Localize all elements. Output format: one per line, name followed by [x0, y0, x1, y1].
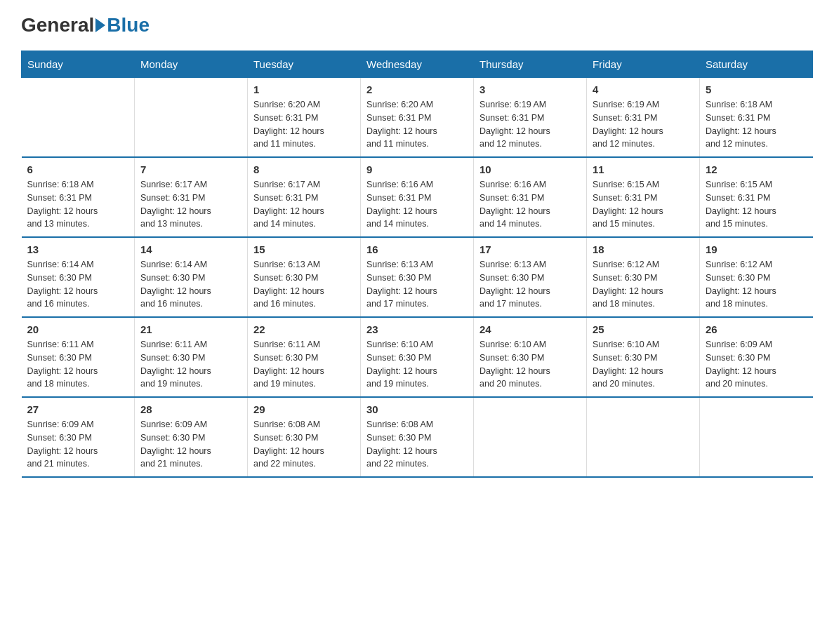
day-number: 17	[479, 243, 581, 255]
week-row-1: 1Sunrise: 6:20 AM Sunset: 6:31 PM Daylig…	[22, 78, 813, 158]
day-number: 24	[479, 323, 581, 335]
calendar-cell: 7Sunrise: 6:17 AM Sunset: 6:31 PM Daylig…	[135, 157, 248, 237]
calendar-cell	[700, 397, 813, 477]
day-number: 25	[593, 323, 694, 335]
calendar-cell: 14Sunrise: 6:14 AM Sunset: 6:30 PM Dayli…	[135, 237, 248, 317]
day-info: Sunrise: 6:13 AM Sunset: 6:30 PM Dayligh…	[366, 258, 468, 311]
day-number: 18	[593, 243, 694, 255]
day-info: Sunrise: 6:16 AM Sunset: 6:31 PM Dayligh…	[366, 178, 468, 231]
day-number: 19	[706, 243, 807, 255]
calendar-header-row: SundayMondayTuesdayWednesdayThursdayFrid…	[22, 51, 813, 78]
day-number: 12	[706, 163, 807, 175]
day-info: Sunrise: 6:08 AM Sunset: 6:30 PM Dayligh…	[366, 418, 468, 471]
day-info: Sunrise: 6:15 AM Sunset: 6:31 PM Dayligh…	[706, 178, 807, 231]
day-number: 15	[253, 243, 355, 255]
day-number: 6	[27, 163, 129, 175]
header-monday: Monday	[135, 51, 248, 78]
day-number: 30	[366, 403, 468, 415]
day-info: Sunrise: 6:12 AM Sunset: 6:30 PM Dayligh…	[706, 258, 807, 311]
day-info: Sunrise: 6:14 AM Sunset: 6:30 PM Dayligh…	[140, 258, 241, 311]
header-wednesday: Wednesday	[361, 51, 474, 78]
day-info: Sunrise: 6:09 AM Sunset: 6:30 PM Dayligh…	[706, 338, 807, 391]
calendar-cell: 20Sunrise: 6:11 AM Sunset: 6:30 PM Dayli…	[22, 317, 135, 397]
calendar-cell: 10Sunrise: 6:16 AM Sunset: 6:31 PM Dayli…	[474, 157, 587, 237]
calendar-cell: 28Sunrise: 6:09 AM Sunset: 6:30 PM Dayli…	[135, 397, 248, 477]
calendar-cell: 6Sunrise: 6:18 AM Sunset: 6:31 PM Daylig…	[22, 157, 135, 237]
calendar-cell: 12Sunrise: 6:15 AM Sunset: 6:31 PM Dayli…	[700, 157, 813, 237]
header-tuesday: Tuesday	[248, 51, 361, 78]
week-row-2: 6Sunrise: 6:18 AM Sunset: 6:31 PM Daylig…	[22, 157, 813, 237]
logo-general-text: General	[21, 14, 94, 36]
calendar-cell: 21Sunrise: 6:11 AM Sunset: 6:30 PM Dayli…	[135, 317, 248, 397]
day-number: 9	[366, 163, 468, 175]
week-row-5: 27Sunrise: 6:09 AM Sunset: 6:30 PM Dayli…	[22, 397, 813, 477]
calendar-cell: 18Sunrise: 6:12 AM Sunset: 6:30 PM Dayli…	[587, 237, 700, 317]
header-friday: Friday	[587, 51, 700, 78]
day-info: Sunrise: 6:11 AM Sunset: 6:30 PM Dayligh…	[140, 338, 241, 391]
day-number: 27	[27, 403, 129, 415]
day-number: 5	[706, 83, 807, 95]
day-info: Sunrise: 6:11 AM Sunset: 6:30 PM Dayligh…	[253, 338, 355, 391]
day-info: Sunrise: 6:13 AM Sunset: 6:30 PM Dayligh…	[479, 258, 581, 311]
header-sunday: Sunday	[22, 51, 135, 78]
day-number: 4	[593, 83, 694, 95]
day-info: Sunrise: 6:09 AM Sunset: 6:30 PM Dayligh…	[140, 418, 241, 471]
calendar-cell: 15Sunrise: 6:13 AM Sunset: 6:30 PM Dayli…	[248, 237, 361, 317]
day-info: Sunrise: 6:18 AM Sunset: 6:31 PM Dayligh…	[27, 178, 129, 231]
calendar-cell	[135, 78, 248, 158]
day-number: 13	[27, 243, 129, 255]
calendar-cell	[474, 397, 587, 477]
day-info: Sunrise: 6:19 AM Sunset: 6:31 PM Dayligh…	[479, 98, 581, 151]
day-info: Sunrise: 6:10 AM Sunset: 6:30 PM Dayligh…	[479, 338, 581, 391]
calendar-cell: 22Sunrise: 6:11 AM Sunset: 6:30 PM Dayli…	[248, 317, 361, 397]
day-number: 8	[253, 163, 355, 175]
header: General Blue Blue	[21, 14, 813, 36]
calendar-cell: 2Sunrise: 6:20 AM Sunset: 6:31 PM Daylig…	[361, 78, 474, 158]
day-number: 7	[140, 163, 241, 175]
day-info: Sunrise: 6:18 AM Sunset: 6:31 PM Dayligh…	[706, 98, 807, 151]
header-thursday: Thursday	[474, 51, 587, 78]
calendar-cell: 19Sunrise: 6:12 AM Sunset: 6:30 PM Dayli…	[700, 237, 813, 317]
day-info: Sunrise: 6:15 AM Sunset: 6:31 PM Dayligh…	[593, 178, 694, 231]
day-info: Sunrise: 6:17 AM Sunset: 6:31 PM Dayligh…	[140, 178, 241, 231]
day-info: Sunrise: 6:20 AM Sunset: 6:31 PM Dayligh…	[366, 98, 468, 151]
calendar-cell: 29Sunrise: 6:08 AM Sunset: 6:30 PM Dayli…	[248, 397, 361, 477]
day-number: 14	[140, 243, 241, 255]
logo-blue-text: Blue	[107, 14, 150, 36]
day-number: 3	[479, 83, 581, 95]
calendar-cell: 8Sunrise: 6:17 AM Sunset: 6:31 PM Daylig…	[248, 157, 361, 237]
calendar-cell: 13Sunrise: 6:14 AM Sunset: 6:30 PM Dayli…	[22, 237, 135, 317]
day-number: 11	[593, 163, 694, 175]
calendar-cell: 4Sunrise: 6:19 AM Sunset: 6:31 PM Daylig…	[587, 78, 700, 158]
logo: General Blue Blue	[21, 14, 150, 36]
calendar-cell: 1Sunrise: 6:20 AM Sunset: 6:31 PM Daylig…	[248, 78, 361, 158]
day-number: 2	[366, 83, 468, 95]
header-saturday: Saturday	[700, 51, 813, 78]
day-number: 20	[27, 323, 129, 335]
day-info: Sunrise: 6:19 AM Sunset: 6:31 PM Dayligh…	[593, 98, 694, 151]
day-info: Sunrise: 6:12 AM Sunset: 6:30 PM Dayligh…	[593, 258, 694, 311]
calendar-cell: 24Sunrise: 6:10 AM Sunset: 6:30 PM Dayli…	[474, 317, 587, 397]
calendar-cell: 9Sunrise: 6:16 AM Sunset: 6:31 PM Daylig…	[361, 157, 474, 237]
calendar-cell: 16Sunrise: 6:13 AM Sunset: 6:30 PM Dayli…	[361, 237, 474, 317]
day-info: Sunrise: 6:08 AM Sunset: 6:30 PM Dayligh…	[253, 418, 355, 471]
day-info: Sunrise: 6:13 AM Sunset: 6:30 PM Dayligh…	[253, 258, 355, 311]
day-info: Sunrise: 6:17 AM Sunset: 6:31 PM Dayligh…	[253, 178, 355, 231]
calendar-cell: 27Sunrise: 6:09 AM Sunset: 6:30 PM Dayli…	[22, 397, 135, 477]
day-info: Sunrise: 6:16 AM Sunset: 6:31 PM Dayligh…	[479, 178, 581, 231]
day-number: 22	[253, 323, 355, 335]
week-row-3: 13Sunrise: 6:14 AM Sunset: 6:30 PM Dayli…	[22, 237, 813, 317]
calendar-cell: 23Sunrise: 6:10 AM Sunset: 6:30 PM Dayli…	[361, 317, 474, 397]
day-number: 23	[366, 323, 468, 335]
calendar-cell: 17Sunrise: 6:13 AM Sunset: 6:30 PM Dayli…	[474, 237, 587, 317]
day-number: 26	[706, 323, 807, 335]
calendar-cell: 3Sunrise: 6:19 AM Sunset: 6:31 PM Daylig…	[474, 78, 587, 158]
day-info: Sunrise: 6:14 AM Sunset: 6:30 PM Dayligh…	[27, 258, 129, 311]
day-number: 29	[253, 403, 355, 415]
day-number: 16	[366, 243, 468, 255]
week-row-4: 20Sunrise: 6:11 AM Sunset: 6:30 PM Dayli…	[22, 317, 813, 397]
calendar-cell: 30Sunrise: 6:08 AM Sunset: 6:30 PM Dayli…	[361, 397, 474, 477]
day-info: Sunrise: 6:10 AM Sunset: 6:30 PM Dayligh…	[593, 338, 694, 391]
day-number: 28	[140, 403, 241, 415]
calendar-cell	[22, 78, 135, 158]
